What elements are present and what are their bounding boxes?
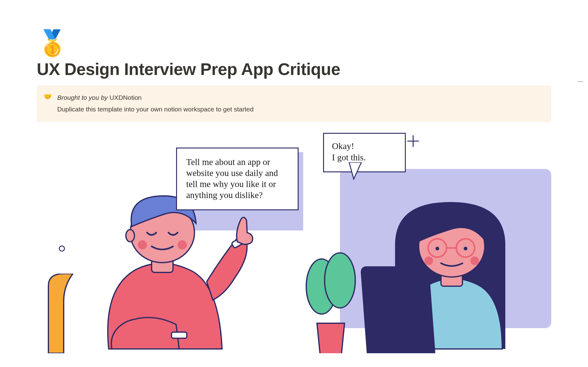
desk-graphic — [49, 353, 496, 362]
svg-point-3 — [325, 253, 355, 308]
handshake-icon: 🤝 — [43, 92, 52, 101]
circle-decor-icon — [59, 245, 65, 252]
svg-rect-10 — [172, 332, 187, 338]
svg-point-8 — [178, 240, 187, 249]
page-container: 🥇 UX Design Interview Prep App Critique … — [0, 0, 588, 362]
callout-byline: Brought to you by UXDNotion — [57, 92, 254, 103]
page-icon[interactable]: 🥇 — [37, 31, 551, 56]
callout-body: Brought to you by UXDNotion Duplicate th… — [57, 92, 254, 115]
plant-graphic — [300, 241, 361, 357]
callout-author: UXDNotion — [109, 94, 141, 101]
hero-illustration: Tell me about an app or website you use … — [37, 129, 551, 362]
plus-decor-icon — [407, 135, 420, 148]
bubble2-tail — [346, 162, 364, 181]
bubble1-text: Tell me about an app or website you use … — [186, 156, 288, 201]
svg-point-16 — [435, 247, 439, 250]
callout-byline-prefix: Brought to you by — [57, 94, 109, 101]
svg-point-17 — [464, 247, 467, 250]
bubble2-text: Okay! I got this. — [332, 140, 397, 163]
svg-point-9 — [126, 230, 134, 242]
svg-point-7 — [138, 240, 147, 249]
speech-bubble-interviewee: Okay! I got this. — [323, 133, 406, 172]
speech-bubble-interviewer: Tell me about an app or website you use … — [176, 148, 299, 210]
callout-subtext: Duplicate this template into your own no… — [57, 103, 254, 115]
collapse-indicator[interactable]: — — [578, 78, 583, 84]
callout-box: 🤝 Brought to you by UXDNotion Duplicate … — [37, 86, 551, 122]
svg-point-19 — [470, 257, 479, 265]
tablet-graphic — [358, 263, 438, 355]
page-title: UX Design Interview Prep App Critique — [37, 59, 551, 79]
